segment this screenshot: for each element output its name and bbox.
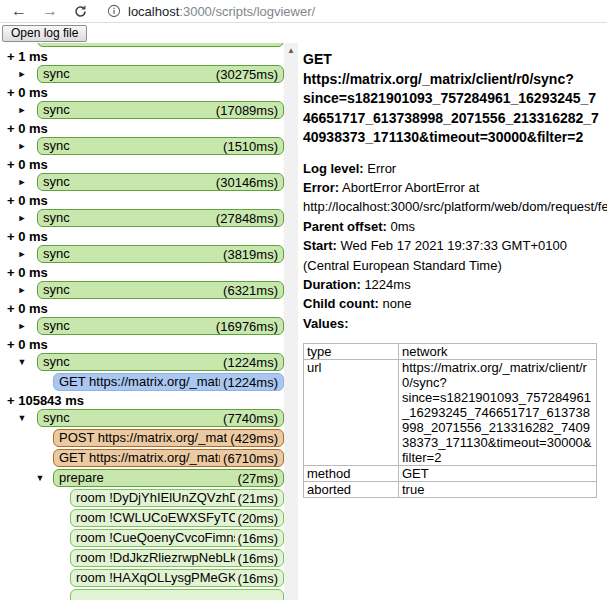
browser-toolbar: ← → localhost:3000/scripts/logviewer/ <box>0 0 607 23</box>
log-entry-label: room !HAXqOLLysgPMeGKh… <box>76 570 235 586</box>
value-content: true <box>399 482 597 498</box>
value-content: GET <box>399 466 597 482</box>
detail-field: Log level: Error <box>303 159 600 178</box>
collapse-arrow-icon[interactable]: ▼ <box>16 353 28 371</box>
values-table-row: typenetwork <box>304 344 597 360</box>
tree-row: ►sync(27848ms) <box>0 209 284 227</box>
forward-icon[interactable]: → <box>42 3 58 19</box>
log-entry[interactable]: sync(30275ms) <box>37 65 284 83</box>
log-entry[interactable]: sync(7740ms) <box>37 409 284 427</box>
log-entry-label: sync <box>43 210 213 226</box>
scroll-up-icon[interactable]: ▲ <box>284 43 298 56</box>
expand-arrow-icon[interactable]: ► <box>16 281 28 299</box>
values-table-body: typenetworkurlhttps://matrix.org/_matrix… <box>304 344 597 498</box>
detail-title: GET https://matrix.org/_matrix/client/r0… <box>303 50 600 148</box>
tree-offset-label: + 1 ms <box>0 49 284 64</box>
expand-arrow-icon[interactable]: ► <box>16 173 28 191</box>
log-entry-duration: (1224ms) <box>220 355 278 370</box>
value-key: aborted <box>304 482 399 498</box>
log-entry[interactable]: room !DdJkzRliezrwpNebLk:…(16ms) <box>70 549 284 567</box>
log-entry[interactable]: GET https://matrix.org/_matri…(1224ms) <box>53 373 284 391</box>
collapse-arrow-icon[interactable]: ▼ <box>16 409 28 427</box>
log-entry-label: GET https://matrix.org/_matri… <box>59 374 220 390</box>
log-entry[interactable]: sync(3819ms) <box>37 245 284 263</box>
log-entry-duration: (21ms) <box>235 491 278 506</box>
back-icon[interactable]: ← <box>11 3 27 19</box>
log-entry-duration: (7740ms) <box>220 411 278 426</box>
site-info-icon[interactable] <box>107 4 121 18</box>
log-entry[interactable]: GET https://matrix.org/_matri…(6710ms) <box>53 449 284 467</box>
log-entry-partial[interactable] <box>70 589 284 600</box>
tree-offset-label: + 0 ms <box>0 265 284 280</box>
log-entry[interactable]: sync(17089ms) <box>37 101 284 119</box>
log-entry-duration: (27ms) <box>235 471 278 486</box>
tree-row: ▼prepare(27ms) <box>0 469 284 487</box>
log-entry-duration: (30146ms) <box>213 175 278 190</box>
log-entry[interactable]: room !HAXqOLLysgPMeGKh…(16ms) <box>70 569 284 587</box>
expand-arrow-icon[interactable]: ► <box>16 317 28 335</box>
log-entry-duration: (16976ms) <box>213 319 278 334</box>
tree-row: GET https://matrix.org/_matri…(6710ms) <box>0 449 284 467</box>
log-entry[interactable]: room !CWLUCoEWXSFyTC…(20ms) <box>70 509 284 527</box>
value-content: https://matrix.org/_matrix/client/r0/syn… <box>399 360 597 466</box>
tree-row: ▼sync(1224ms) <box>0 353 284 371</box>
log-entry-label: sync <box>43 246 220 262</box>
expand-arrow-icon[interactable]: ► <box>16 65 28 83</box>
log-entry[interactable]: sync(27848ms) <box>37 209 284 227</box>
log-entry-duration: (6321ms) <box>220 283 278 298</box>
log-entry-label: room !DyDjYhIElUnZQVzhD… <box>76 490 235 506</box>
tree-scrollbar[interactable]: ▲ <box>284 43 298 600</box>
log-entry-duration: (17089ms) <box>213 103 278 118</box>
tree-row: ►sync(3819ms) <box>0 245 284 263</box>
log-entry[interactable]: sync(1510ms) <box>37 137 284 155</box>
log-entry-label: room !CueQoenyCvcoFimnsf… <box>76 530 235 546</box>
tree-row: ►sync(17089ms) <box>0 101 284 119</box>
log-entry[interactable]: POST https://matrix.org/_matri…(429ms) <box>53 429 284 447</box>
open-log-file-button[interactable]: Open log file <box>2 25 87 42</box>
tree-row: ►sync(30275ms) <box>0 65 284 83</box>
log-entry[interactable]: sync(6321ms) <box>37 281 284 299</box>
expand-arrow-icon[interactable]: ► <box>16 245 28 263</box>
log-tree: + 1 ms►sync(30275ms)+ 0 ms►sync(17089ms)… <box>0 43 284 600</box>
expand-arrow-icon[interactable]: ► <box>16 101 28 119</box>
tree-row: ►sync(6321ms) <box>0 281 284 299</box>
detail-field-label: Log level: <box>303 161 364 176</box>
tree-row: ►sync(16976ms) <box>0 317 284 335</box>
address-bar[interactable]: localhost:3000/scripts/logviewer/ <box>128 4 315 19</box>
detail-fields: Log level: ErrorError: AbortError AbortE… <box>303 159 600 334</box>
log-entry[interactable]: room !CueQoenyCvcoFimnsf…(16ms) <box>70 529 284 547</box>
log-entry-label: room !DdJkzRliezrwpNebLk:… <box>76 550 235 566</box>
log-entry[interactable]: room !DyDjYhIElUnZQVzhD…(21ms) <box>70 489 284 507</box>
log-entry[interactable]: prepare(27ms) <box>53 469 284 487</box>
log-entry-duration: (1510ms) <box>220 139 278 154</box>
expand-arrow-icon[interactable]: ► <box>16 209 28 227</box>
log-entry-label: sync <box>43 174 213 190</box>
detail-field-label: Values: <box>303 316 349 331</box>
detail-field: Values: <box>303 314 600 333</box>
log-entry-duration: (3819ms) <box>220 247 278 262</box>
values-table: typenetworkurlhttps://matrix.org/_matrix… <box>303 343 597 498</box>
tree-row: room !DdJkzRliezrwpNebLk:…(16ms) <box>0 549 284 567</box>
log-entry[interactable]: sync(16976ms) <box>37 317 284 335</box>
log-entry-label: GET https://matrix.org/_matri… <box>59 450 220 466</box>
expand-arrow-icon[interactable]: ► <box>16 137 28 155</box>
log-entry-label: sync <box>43 282 220 298</box>
detail-field-label: Duration: <box>303 277 361 292</box>
detail-field: Child count: none <box>303 294 600 313</box>
values-table-row: abortedtrue <box>304 482 597 498</box>
log-entry-label: sync <box>43 66 213 82</box>
tree-offset-label: + 0 ms <box>0 337 284 352</box>
reload-icon[interactable] <box>73 4 88 19</box>
tree-offset-label: + 0 ms <box>0 193 284 208</box>
tree-row: ►sync(30146ms) <box>0 173 284 191</box>
tree-offset-label: + 105843 ms <box>0 393 284 408</box>
log-entry[interactable]: sync(1224ms) <box>37 353 284 371</box>
tree-offset-label: + 0 ms <box>0 301 284 316</box>
collapse-arrow-icon[interactable]: ▼ <box>34 469 46 487</box>
log-entry-partial[interactable] <box>37 43 284 47</box>
tree-row: GET https://matrix.org/_matri…(1224ms) <box>0 373 284 391</box>
log-entry[interactable]: sync(30146ms) <box>37 173 284 191</box>
tree-offset-label: + 0 ms <box>0 121 284 136</box>
tree-row: ▼sync(7740ms) <box>0 409 284 427</box>
log-entry-duration: (429ms) <box>227 431 278 446</box>
